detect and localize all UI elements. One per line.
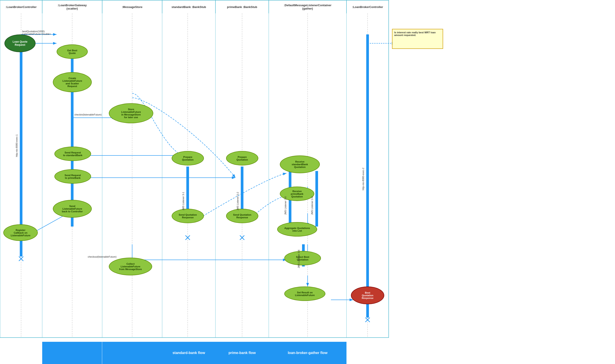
checkout-label: checkout(listenableFuture) bbox=[88, 255, 117, 258]
collect-listenable-node: CollectListenableFuturefrom MessageStore bbox=[109, 258, 152, 275]
gather-flow-label: loan-broker-gather flow bbox=[269, 342, 346, 364]
get-best-quote-node: Get BestQuote bbox=[57, 44, 88, 59]
header-col7: :LoanBrokerController bbox=[346, 0, 389, 13]
http-exec-1-label: http-nio-8080-exec-1 bbox=[15, 134, 18, 157]
svg-line-43 bbox=[365, 318, 370, 322]
svg-rect-47 bbox=[315, 171, 318, 227]
diagram-container: :LoanBrokerController :LoanBrokerGateway… bbox=[0, 0, 615, 364]
loan-quote-request-node: Loan QuoteRequest bbox=[4, 34, 36, 52]
svg-rect-51 bbox=[366, 34, 369, 318]
jms-listener-36a-label: JMS Listener 3-6 bbox=[284, 196, 287, 215]
prime-flow-label: prime-bank flow bbox=[215, 342, 269, 364]
jms-listener-31-label: JMS Listener 3-1 bbox=[182, 192, 184, 210]
svg-line-36 bbox=[185, 235, 190, 240]
header-col4: standardBank :BankStub bbox=[162, 0, 215, 13]
jms-listener-36b-label: JMS Listener 3-6 bbox=[297, 250, 300, 268]
jms-listener-52-label: JMS Listener 5-2 bbox=[236, 192, 239, 210]
interest-rate-note: Is interest rate really best WRT loan am… bbox=[392, 29, 443, 49]
best-quotation-call-label: bestQuotation(1000):ListenableFuture<Dou… bbox=[22, 30, 51, 35]
arrows-svg bbox=[0, 0, 615, 364]
register-callback-node: RegisterCallback onListenableFuture bbox=[3, 224, 38, 241]
aggregate-quotations-node: Aggregate Quotationsinto List bbox=[277, 222, 317, 236]
svg-line-41 bbox=[19, 257, 23, 261]
send-quotation-std-node: Send QuotationResponse bbox=[172, 209, 204, 223]
set-result-node: Set Result onListenableFuture bbox=[284, 286, 325, 301]
send-request-prime-node: Send Requestto primeBank bbox=[54, 169, 91, 184]
header-col2: :LoanBrokerGateway(scatter) bbox=[42, 0, 102, 13]
prepare-quotation-prime-node: PrepareQuotation bbox=[226, 151, 258, 166]
best-quotation-response-node: BestQuotationResponse bbox=[351, 286, 384, 304]
create-listenable-node: CreateListenableFutureand ScatterRequest bbox=[53, 72, 92, 92]
jms-listener-26-label: JMS Listener 2-6 bbox=[311, 196, 313, 215]
standard-flow-label: standard-bank flow bbox=[162, 342, 215, 364]
svg-line-38 bbox=[240, 235, 244, 240]
prepare-quotation-std-node: PrepareQuotation bbox=[172, 151, 204, 166]
svg-line-40 bbox=[19, 257, 23, 261]
scatter-flow-combined bbox=[42, 342, 102, 364]
checkin-label: checkin(listenableFuture) bbox=[74, 113, 102, 116]
send-request-standard-node: Send Requestto standardBank bbox=[54, 147, 91, 161]
header-col6: :DefaultMessageListenerContainer(gather) bbox=[269, 0, 346, 13]
send-quotation-prime-node: Send QuotationResponse bbox=[226, 209, 258, 223]
header-col3: :MessageStore bbox=[102, 0, 162, 13]
svg-line-37 bbox=[185, 235, 190, 240]
receive-std-quotation-node: ReceivestandardBankQuotation bbox=[280, 156, 320, 173]
send-listenable-back-node: SendListenableFutureback to Controller bbox=[53, 200, 92, 218]
header-col5: primeBank :BankStub bbox=[215, 0, 269, 13]
svg-line-42 bbox=[365, 318, 370, 322]
scatter-flow-label2 bbox=[102, 342, 162, 364]
http-exec-2-label: http-nio-8080-exec-2 bbox=[362, 168, 365, 190]
header-col1: :LoanBrokerController bbox=[0, 0, 42, 13]
select-best-quotation-node: Select BestQuotation bbox=[284, 251, 321, 265]
store-listenable-node: StoreListenableFuturein MessageStorefor … bbox=[109, 103, 153, 123]
svg-line-39 bbox=[240, 235, 244, 240]
svg-rect-49 bbox=[20, 34, 22, 257]
svg-rect-50 bbox=[71, 44, 74, 227]
